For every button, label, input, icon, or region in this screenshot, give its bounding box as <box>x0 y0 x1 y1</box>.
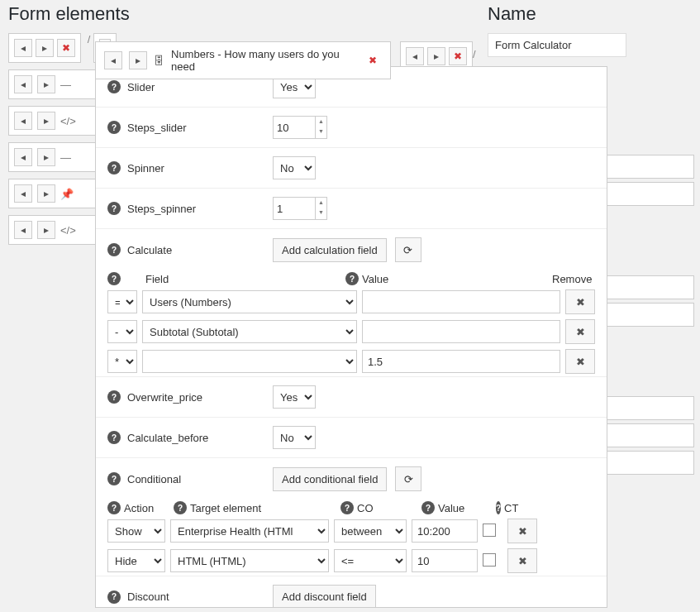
collapse-icon[interactable]: ◂ <box>14 39 32 57</box>
calcbefore-select[interactable]: No <box>273 426 316 449</box>
row-label: — <box>60 151 71 164</box>
calc-field-select[interactable]: Subtotal (Subtotal) <box>142 320 357 343</box>
name-title: Name <box>488 3 694 25</box>
calc-value-input[interactable] <box>362 350 560 373</box>
form-name-input[interactable] <box>488 33 626 57</box>
steps-slider-input[interactable]: ▲▼ <box>273 116 327 139</box>
help-icon[interactable]: ? <box>107 472 121 485</box>
pin-icon: 📌 <box>60 188 74 200</box>
cond-ct-checkbox[interactable] <box>483 524 496 537</box>
expand-icon[interactable]: ▸ <box>427 47 445 65</box>
cond-action-select[interactable]: Hide <box>107 549 165 572</box>
delete-icon[interactable]: ✖ <box>57 39 75 57</box>
field-label: Calculate <box>127 244 172 256</box>
calc-row: = Users (Numbers) ✖ <box>96 287 607 317</box>
calc-value-input[interactable] <box>362 290 560 313</box>
help-icon[interactable]: ? <box>107 80 121 93</box>
help-icon[interactable]: ? <box>107 501 121 514</box>
add-discount-button[interactable]: Add discount field <box>273 585 376 608</box>
num-input[interactable] <box>274 117 315 138</box>
cond-co-select[interactable]: <= <box>334 549 407 572</box>
remove-button[interactable]: ✖ <box>565 289 595 314</box>
cond-row: Show Enterprise Health (HTMl between ✖ <box>96 516 607 546</box>
cond-value-input[interactable] <box>412 549 478 572</box>
help-icon[interactable]: ? <box>345 272 359 285</box>
remove-button[interactable]: ✖ <box>565 319 595 344</box>
add-conditional-button[interactable]: Add conditional field <box>273 467 387 491</box>
collapse-icon[interactable]: ◂ <box>14 148 32 166</box>
panel-title: Numbers - How many users do you need <box>171 48 357 73</box>
help-icon[interactable]: ? <box>107 121 121 134</box>
calc-row: - Subtotal (Subtotal) ✖ <box>96 317 607 347</box>
element-pill[interactable]: ◂ ▸ ✖ <box>8 33 81 63</box>
expand-icon[interactable]: ▸ <box>37 75 55 93</box>
help-icon[interactable]: ? <box>107 590 121 604</box>
calc-row: * ✖ <box>96 347 607 376</box>
cond-action-select[interactable]: Show <box>107 519 165 543</box>
cond-target-select[interactable]: HTML (HTML) <box>170 549 329 572</box>
help-icon[interactable]: ? <box>107 431 121 444</box>
expand-icon[interactable]: ▸ <box>37 148 55 166</box>
row-label: — <box>60 79 71 91</box>
field-label: Slider <box>127 81 155 93</box>
remove-button[interactable]: ✖ <box>565 349 595 374</box>
field-label: Overwrite_price <box>127 391 202 404</box>
col-ct: CT <box>504 502 518 514</box>
collapse-icon[interactable]: ◂ <box>14 184 32 203</box>
expand-icon[interactable]: ▸ <box>37 184 55 203</box>
help-icon[interactable]: ? <box>496 501 501 514</box>
cond-ct-checkbox[interactable] <box>483 553 496 567</box>
col-action: Action <box>124 502 154 514</box>
close-icon[interactable]: ✖ <box>364 51 382 69</box>
collapse-icon[interactable]: ◂ <box>14 112 32 130</box>
help-icon[interactable]: ? <box>174 501 187 514</box>
col-target: Target element <box>190 502 261 514</box>
field-label: Steps_spinner <box>127 203 196 215</box>
calc-op-select[interactable]: - <box>107 320 137 343</box>
delete-icon[interactable]: ✖ <box>449 47 467 65</box>
help-icon[interactable]: ? <box>340 501 354 514</box>
calc-field-select[interactable]: Users (Numbers) <box>142 290 357 313</box>
help-icon[interactable]: ? <box>107 161 121 175</box>
help-icon[interactable]: ? <box>107 272 121 285</box>
remove-button[interactable]: ✖ <box>507 548 537 573</box>
row-label: </> <box>60 115 76 127</box>
expand-icon[interactable]: ▸ <box>129 51 147 69</box>
expand-icon[interactable]: ▸ <box>37 112 55 130</box>
add-calculation-button[interactable]: Add calculation field <box>273 238 387 262</box>
help-icon[interactable]: ? <box>107 202 121 215</box>
expand-icon[interactable]: ▸ <box>36 39 54 57</box>
settings-panel: ?Slider Yes ?Steps_slider ▲▼ ?Spinner No… <box>95 66 607 608</box>
col-co: CO <box>357 502 374 514</box>
spinner-select[interactable]: No <box>273 156 316 179</box>
field-label: Conditional <box>127 473 181 485</box>
collapse-icon[interactable]: ◂ <box>14 221 32 239</box>
step-down-icon[interactable]: ▼ <box>316 208 326 218</box>
refresh-button[interactable]: ⟳ <box>395 466 421 491</box>
panel-header: ◂ ▸ 🗄 Numbers - How many users do you ne… <box>95 41 391 79</box>
cond-target-select[interactable]: Enterprise Health (HTMl <box>170 519 329 543</box>
remove-button[interactable]: ✖ <box>507 519 537 543</box>
cond-co-select[interactable]: between <box>334 519 407 543</box>
step-up-icon[interactable]: ▲ <box>316 117 326 127</box>
collapse-icon[interactable]: ◂ <box>14 75 32 93</box>
cond-value-input[interactable] <box>412 519 478 543</box>
steps-spinner-input[interactable]: ▲▼ <box>273 197 327 220</box>
step-down-icon[interactable]: ▼ <box>316 127 326 136</box>
num-input[interactable] <box>274 198 315 219</box>
panel-type-icon: 🗄 <box>154 55 164 67</box>
expand-icon[interactable]: ▸ <box>37 221 55 239</box>
step-up-icon[interactable]: ▲ <box>316 198 326 208</box>
help-icon[interactable]: ? <box>107 390 121 404</box>
calc-op-select[interactable]: = <box>107 290 137 313</box>
calc-value-input[interactable] <box>362 320 560 343</box>
overwrite-select[interactable]: Yes <box>273 385 316 409</box>
cond-row: Hide HTML (HTML) <= ✖ <box>96 546 607 576</box>
calc-field-select[interactable] <box>142 350 357 373</box>
refresh-button[interactable]: ⟳ <box>395 237 421 262</box>
help-icon[interactable]: ? <box>107 243 121 256</box>
collapse-icon[interactable]: ◂ <box>104 51 122 69</box>
calc-op-select[interactable]: * <box>107 350 137 373</box>
help-icon[interactable]: ? <box>421 501 435 514</box>
collapse-icon[interactable]: ◂ <box>406 47 424 65</box>
